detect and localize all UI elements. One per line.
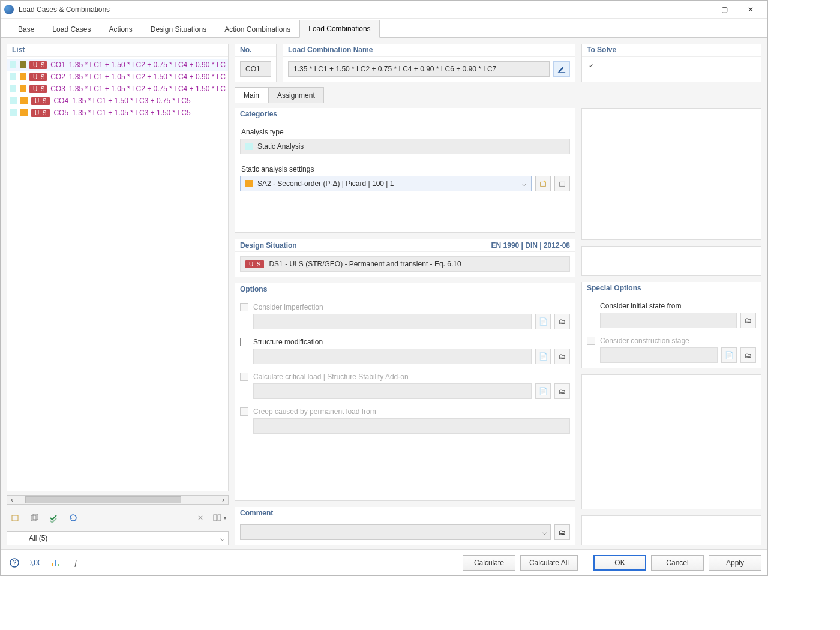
cancel-button[interactable]: Cancel <box>651 555 704 571</box>
side-blank-4 <box>581 515 761 545</box>
uls-badge: ULS <box>31 109 50 117</box>
structure-mod-new-button[interactable]: 📄 <box>535 349 551 364</box>
number-panel: No. CO1 <box>235 44 277 82</box>
minimize-button[interactable]: ─ <box>685 1 711 19</box>
refresh-button[interactable] <box>65 511 81 525</box>
settings-edit-button[interactable] <box>554 176 570 191</box>
swatch-icon <box>20 73 26 80</box>
side-blank-1 <box>581 108 761 240</box>
units-button[interactable]: 0,00 <box>27 555 43 571</box>
check-all-button[interactable] <box>46 511 62 525</box>
creep-input <box>253 418 570 434</box>
function-button[interactable]: ƒ <box>68 555 83 571</box>
comment-library-button[interactable]: 🗂 <box>554 524 570 540</box>
chevron-down-icon: ⌵ <box>542 528 547 536</box>
settings-select[interactable]: SA2 - Second-order (P-Δ) | Picard | 100 … <box>240 176 532 191</box>
critical-load-edit-button[interactable]: 🗂 <box>554 383 570 399</box>
list-item[interactable]: ULSCO41.35 * LC1 + 1.50 * LC3 + 0.75 * L… <box>7 95 228 107</box>
no-value: CO1 <box>240 61 271 77</box>
imperfection-edit-button[interactable]: 🗂 <box>554 314 570 329</box>
critical-load-input <box>253 383 532 399</box>
titlebar: Load Cases & Combinations ─ ▢ ✕ <box>1 1 767 19</box>
to-solve-panel: To Solve <box>581 44 761 82</box>
swatch-icon <box>20 97 28 104</box>
svg-rect-3 <box>214 515 217 521</box>
design-code: EN 1990 | DIN | 2012-08 <box>491 241 570 250</box>
bottom-bar: ? 0,00 ƒ Calculate Calculate All OK Canc… <box>1 549 767 575</box>
calculate-button[interactable]: Calculate <box>463 555 515 571</box>
imperfection-new-button[interactable]: 📄 <box>535 314 551 329</box>
creep-label: Creep caused by permanent load from <box>253 407 376 416</box>
graph-button[interactable] <box>47 555 63 571</box>
list-hscrollbar[interactable]: ‹ › <box>7 495 229 505</box>
apply-button[interactable]: Apply <box>709 555 761 571</box>
imperfection-label: Consider imperfection <box>253 303 323 311</box>
copy-item-button[interactable] <box>27 511 43 525</box>
scroll-thumb[interactable] <box>25 496 181 503</box>
svg-rect-14 <box>55 560 56 566</box>
construction-stage-new-button[interactable]: 📄 <box>721 347 737 363</box>
categories-title: Categories <box>235 108 575 121</box>
initial-state-input <box>600 313 737 328</box>
svg-text:?: ? <box>13 559 17 567</box>
list-item[interactable]: ULSCO11.35 * LC1 + 1.50 * LC2 + 0.75 * L… <box>7 59 228 71</box>
calculate-all-button[interactable]: Calculate All <box>520 555 578 571</box>
construction-stage-label: Consider construction stage <box>600 337 689 345</box>
special-options-title: Special Options <box>582 282 761 295</box>
maximize-button[interactable]: ▢ <box>711 1 737 19</box>
co-expression: 1.35 * LC1 + 1.05 * LC2 + 1.50 * LC4 + 0… <box>69 73 226 81</box>
scroll-left-icon[interactable]: ‹ <box>7 496 17 504</box>
options-title: Options <box>235 283 575 296</box>
list-rows[interactable]: ULSCO11.35 * LC1 + 1.50 * LC2 + 0.75 * L… <box>7 59 228 486</box>
list-item[interactable]: ULSCO21.35 * LC1 + 1.05 * LC2 + 1.50 * L… <box>7 71 228 83</box>
tab-base[interactable]: Base <box>9 20 43 38</box>
tab-load-combinations[interactable]: Load Combinations <box>299 20 379 38</box>
filter-select[interactable]: All (5) ⌵ <box>7 531 229 545</box>
construction-stage-edit-button[interactable]: 🗂 <box>740 347 756 363</box>
initial-state-checkbox[interactable] <box>587 302 595 310</box>
settings-new-button[interactable] <box>535 176 551 191</box>
name-panel: Load Combination Name 1.35 * LC1 + 1.50 … <box>283 44 575 82</box>
structure-mod-checkbox[interactable] <box>240 338 248 346</box>
svg-text:ƒ: ƒ <box>74 559 78 567</box>
critical-load-new-button[interactable]: 📄 <box>535 383 551 399</box>
initial-state-edit-button[interactable]: 🗂 <box>740 313 756 328</box>
swatch-icon <box>10 109 17 116</box>
new-item-button[interactable] <box>8 511 23 525</box>
tab-design-situations[interactable]: Design Situations <box>142 20 215 38</box>
imperfection-checkbox <box>240 303 248 311</box>
co-number: CO5 <box>53 109 68 117</box>
categories-panel: Categories Analysis type Static Analysis… <box>235 108 575 233</box>
help-button[interactable]: ? <box>7 555 22 571</box>
window-title: Load Cases & Combinations <box>19 5 685 14</box>
co-number: CO1 <box>50 61 65 69</box>
combination-name-field[interactable]: 1.35 * LC1 + 1.50 * LC2 + 0.75 * LC4 + 0… <box>288 61 550 77</box>
list-item[interactable]: ULSCO51.35 * LC1 + 1.05 * LC3 + 1.50 * L… <box>7 107 228 119</box>
comment-select[interactable]: ⌵ <box>240 524 551 540</box>
tab-load-cases[interactable]: Load Cases <box>43 20 100 38</box>
edit-name-button[interactable] <box>553 61 570 77</box>
list-item[interactable]: ULSCO31.35 * LC1 + 1.05 * LC2 + 0.75 * L… <box>7 83 228 95</box>
structure-mod-input <box>253 349 532 364</box>
columns-button[interactable]: ▾ <box>212 511 227 525</box>
comment-title: Comment <box>235 507 575 520</box>
subtab-assignment[interactable]: Assignment <box>268 87 324 103</box>
svg-rect-4 <box>218 515 221 521</box>
structure-mod-edit-button[interactable]: 🗂 <box>554 349 570 364</box>
scroll-right-icon[interactable]: › <box>218 496 228 504</box>
uls-badge: ULS <box>29 61 47 69</box>
co-expression: 1.35 * LC1 + 1.05 * LC2 + 0.75 * LC4 + 1… <box>69 85 226 93</box>
to-solve-checkbox[interactable] <box>587 62 595 70</box>
svg-rect-13 <box>52 563 53 566</box>
settings-label: Static analysis settings <box>240 163 570 176</box>
uls-badge: ULS <box>29 85 47 93</box>
delete-button[interactable]: ✕ <box>193 511 208 525</box>
subtab-main[interactable]: Main <box>235 87 268 103</box>
ok-button[interactable]: OK <box>593 555 646 571</box>
design-situation-title: Design Situation <box>240 241 297 250</box>
swatch-icon <box>10 85 16 92</box>
svg-rect-5 <box>558 72 565 73</box>
tab-actions[interactable]: Actions <box>100 20 141 38</box>
close-button[interactable]: ✕ <box>737 1 764 19</box>
tab-action-combinations[interactable]: Action Combinations <box>215 20 299 38</box>
